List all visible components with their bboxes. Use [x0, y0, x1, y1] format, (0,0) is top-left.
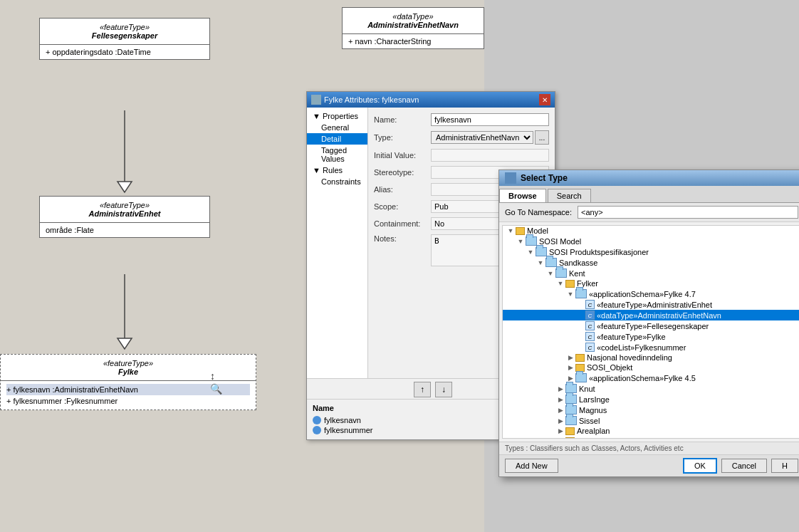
- tree-node-model[interactable]: ▼ Model: [503, 226, 799, 236]
- form-row-name: Name:: [374, 113, 549, 126]
- tree-node-fe[interactable]: C «featureType»Fellesegenskaper: [503, 320, 799, 331]
- btn-add-new[interactable]: Add New: [505, 459, 558, 473]
- dialog-icon: [311, 95, 321, 105]
- form-label-stereotype: Stereotype:: [374, 168, 431, 177]
- tree-node-fylke45[interactable]: ▶ «applicationSchema»Fylke 4.5: [503, 372, 799, 383]
- toggle-aen: [575, 312, 585, 319]
- pkg-sissel: [565, 416, 577, 425]
- tree-node-knut[interactable]: ▶ Knut: [503, 383, 799, 394]
- label-arealplan: Arealplan: [577, 427, 610, 435]
- label-aviner: Aviner Lylbauw: [577, 437, 630, 439]
- label-magnus: Magnus: [579, 406, 607, 414]
- tree-node-aen[interactable]: C «dataType»AdministrativEnhetNavn: [503, 310, 799, 320]
- tree-node-kent[interactable]: ▼ Kent: [503, 268, 799, 278]
- resize-handle[interactable]: ↕ 🔍: [210, 370, 222, 395]
- label-produkt: SOSI Produktspesifikasjoner: [549, 248, 649, 256]
- type-tree-panel[interactable]: ▼ Model ▼ SOSI Model ▼ SOSI Produktspesi…: [502, 225, 799, 439]
- classname-fylke: Fylke: [118, 367, 138, 376]
- uml-box-fellesegenskaper: «featureType» Fellesegenskaper + oppdate…: [39, 18, 210, 60]
- svg-marker-1: [118, 182, 132, 192]
- folder-model: [516, 227, 525, 235]
- tree-node-arealplan[interactable]: ▶ Arealplan: [503, 426, 799, 436]
- toggle-magnus: ▶: [555, 407, 565, 414]
- toggle-sosi-objekt: ▶: [565, 364, 575, 371]
- tree-node-fylke47[interactable]: ▼ «applicationSchema»Fylke 4.7: [503, 288, 799, 299]
- tree-node-sandkasse[interactable]: ▼ Sandkasse: [503, 257, 799, 268]
- pkg-fylke47: [575, 289, 587, 298]
- tab-browse[interactable]: Browse: [499, 189, 546, 202]
- label-fylke45: «applicationSchema»Fylke 4.5: [589, 374, 696, 382]
- label-sissel: Sissel: [579, 417, 600, 425]
- classname-ae: AdministrativEnhet: [89, 209, 161, 218]
- attributes-dialog-title: Fylke Attributes: fylkesnavn: [324, 95, 419, 104]
- form-label-notes: Notes:: [374, 234, 431, 243]
- tree-tagged-label: Tagged Values: [321, 146, 347, 163]
- move-down-btn[interactable]: ↓: [435, 382, 452, 397]
- classname: AdministrativEnhetNavn: [367, 21, 459, 29]
- stereotype: «dataType»: [348, 12, 478, 21]
- tree-general[interactable]: General: [307, 122, 367, 133]
- tree-node-fylkesnr[interactable]: C «codeList»Fylkesnummer: [503, 342, 799, 353]
- form-type-browse-btn[interactable]: ...: [535, 130, 549, 145]
- tree-node-aviner[interactable]: ▶ Aviner Lylbauw: [503, 436, 799, 439]
- label-fe: «featureType»Fellesegenskaper: [597, 322, 709, 330]
- tree-detail-label: Detail: [321, 135, 341, 143]
- tree-node-sosi-model[interactable]: ▼ SOSI Model: [503, 236, 799, 246]
- form-input-initial[interactable]: [431, 149, 549, 162]
- tree-node-sissel[interactable]: ▶ Sissel: [503, 415, 799, 426]
- label-sosi-model: SOSI Model: [539, 237, 581, 246]
- namespace-input[interactable]: [578, 206, 798, 219]
- toggle-fylker: ▼: [555, 280, 565, 287]
- list-icon-1: [313, 416, 321, 424]
- form-label-type: Type:: [374, 133, 431, 142]
- form-label-containment: Containment:: [374, 219, 431, 228]
- stereotype-felles: «featureType»: [46, 23, 204, 31]
- namespace-row: Go To Namespace:: [499, 203, 799, 222]
- namespace-label: Go To Namespace:: [505, 208, 572, 217]
- attribute: + navn :CharacterString: [348, 37, 431, 46]
- tree-general-label: General: [321, 123, 349, 132]
- tree-node-lars[interactable]: ▶ LarsInge: [503, 394, 799, 405]
- form-input-name[interactable]: [431, 113, 549, 126]
- move-up-btn[interactable]: ↑: [414, 382, 431, 397]
- label-fylkesnr: «codeList»Fylkesnummer: [597, 343, 686, 352]
- tree-node-ae[interactable]: C «featureType»AdministrativEnhet: [503, 299, 799, 310]
- pkg-fylke45: [575, 373, 587, 382]
- tab-search[interactable]: Search: [548, 189, 591, 202]
- form-row-type: Type: AdministrativEnhetNavn ...: [374, 130, 549, 145]
- attr-felles: + oppdateringsdato :DateTime: [46, 48, 151, 56]
- toggle-lars: ▶: [555, 396, 565, 403]
- folder-sosi-objekt: [575, 364, 585, 372]
- label-kent: Kent: [569, 269, 585, 278]
- tree-constraints-label: Constraints: [321, 177, 361, 186]
- toggle-produkt: ▼: [526, 249, 536, 256]
- tree-rules[interactable]: ▼ Rules: [307, 165, 367, 176]
- btn-ok[interactable]: OK: [683, 458, 717, 474]
- tree-node-fylke-class[interactable]: C «featureType»Fylke: [503, 331, 799, 342]
- tree-tagged[interactable]: Tagged Values: [307, 145, 367, 165]
- toggle-fylke47: ▼: [565, 291, 575, 298]
- class-fylke: C: [585, 332, 595, 341]
- tree-node-sosi-objekt[interactable]: ▶ SOSI_Objekt: [503, 363, 799, 372]
- form-row-initial: Initial Value:: [374, 149, 549, 162]
- tree-node-magnus[interactable]: ▶ Magnus: [503, 405, 799, 415]
- toggle-model: ▼: [506, 227, 516, 234]
- tree-constraints[interactable]: Constraints: [307, 176, 367, 187]
- uml-box-administrativenhet: «featureType» AdministrativEnhet område …: [39, 196, 210, 238]
- pkg-produkt: [536, 247, 547, 256]
- tree-properties[interactable]: ▼ Properties: [307, 110, 367, 122]
- tree-node-fylker[interactable]: ▼ Fylker: [503, 278, 799, 288]
- folder-arealplan: [565, 427, 575, 435]
- select-type-bottom-buttons: Add New OK Cancel H: [499, 454, 799, 476]
- btn-help[interactable]: H: [771, 459, 798, 473]
- toggle-fylke45: ▶: [565, 375, 575, 382]
- form-label-alias: Alias:: [374, 185, 431, 194]
- tree-detail[interactable]: Detail: [307, 133, 367, 145]
- form-type-select[interactable]: AdministrativEnhetNavn: [431, 131, 533, 144]
- btn-cancel[interactable]: Cancel: [721, 459, 767, 473]
- tree-node-nasj[interactable]: ▶ Nasjonal hovedinndeling: [503, 353, 799, 363]
- toggle-kent: ▼: [545, 270, 555, 277]
- attributes-dialog-titlebar: Fylke Attributes: fylkesnavn ✕: [307, 92, 555, 108]
- attributes-dialog-close[interactable]: ✕: [539, 94, 550, 105]
- class-aen: C: [585, 311, 595, 320]
